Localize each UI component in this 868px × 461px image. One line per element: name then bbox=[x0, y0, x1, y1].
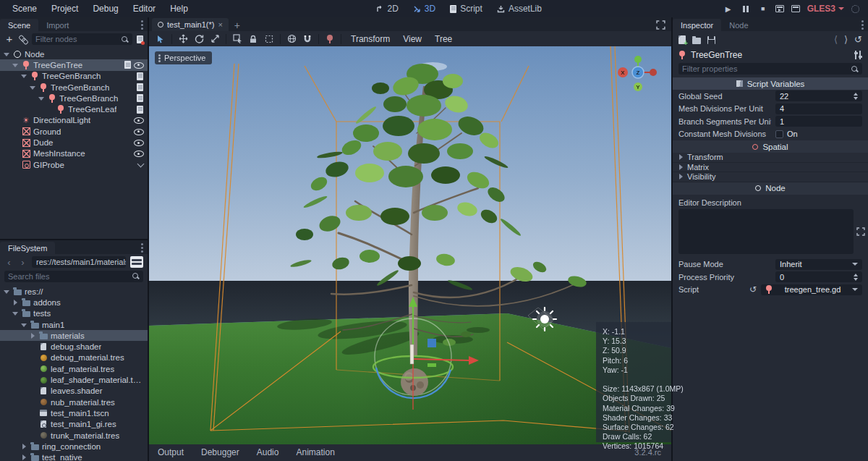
nav-back-button[interactable]: ‹ bbox=[4, 258, 14, 267]
dock-menu-icon[interactable] bbox=[141, 243, 144, 245]
bottom-tab[interactable]: Animation bbox=[287, 444, 343, 461]
workspace-2d[interactable]: 2D bbox=[370, 2, 404, 15]
visibility-eye-icon[interactable] bbox=[134, 149, 143, 158]
tab-scene[interactable]: Scene bbox=[0, 19, 38, 31]
file-tree-row[interactable]: leaf_material.tres bbox=[0, 363, 148, 374]
expand-arrow-icon[interactable] bbox=[12, 310, 19, 317]
select-tool-button[interactable] bbox=[153, 33, 168, 45]
scene-tree-row[interactable]: TreeGenTree bbox=[0, 59, 148, 70]
nav-forward-button[interactable]: › bbox=[18, 258, 27, 267]
spinner-arrows-icon[interactable] bbox=[854, 93, 858, 100]
new-resource-button[interactable] bbox=[678, 35, 686, 44]
instance-scene-button[interactable] bbox=[19, 35, 27, 43]
menu-item[interactable]: Project bbox=[45, 1, 85, 16]
file-tree-row[interactable]: test_main1.tscn bbox=[0, 407, 148, 418]
scene-tree-row[interactable]: TreeGenBranch bbox=[0, 93, 148, 103]
scene-tree-row[interactable]: Node bbox=[0, 48, 148, 59]
view-menu[interactable]: View bbox=[397, 33, 427, 46]
workspace-3d[interactable]: 3D bbox=[407, 2, 441, 15]
visibility-eye-icon[interactable] bbox=[134, 138, 143, 147]
tree-menu[interactable]: Tree bbox=[429, 33, 458, 46]
pause-button[interactable] bbox=[741, 4, 751, 14]
expand-arrow-icon[interactable] bbox=[29, 332, 36, 339]
axis-y-positive[interactable] bbox=[634, 56, 642, 63]
expand-arrow-icon[interactable] bbox=[3, 288, 10, 295]
menu-item[interactable]: Debug bbox=[86, 1, 124, 16]
tab-filesystem[interactable]: FileSystem bbox=[0, 242, 55, 254]
bottom-tab[interactable]: Audio bbox=[248, 444, 288, 461]
lock-button[interactable] bbox=[246, 33, 260, 45]
scene-tree-row[interactable]: MeshInstance bbox=[0, 148, 148, 159]
expand-arrow-icon[interactable] bbox=[12, 62, 19, 69]
expand-arrow-icon[interactable] bbox=[29, 420, 36, 428]
object-tools-icon[interactable] bbox=[854, 51, 862, 59]
expand-arrow-icon[interactable] bbox=[29, 399, 36, 406]
dock-menu-icon[interactable] bbox=[861, 20, 864, 22]
expand-arrow-icon[interactable] bbox=[12, 299, 19, 306]
file-tree-row[interactable]: debug.shader bbox=[0, 341, 148, 352]
chevron-down-icon[interactable] bbox=[137, 160, 145, 167]
renderer-dropdown[interactable]: GLES3 bbox=[807, 4, 844, 14]
branch-segments-field[interactable]: 1 bbox=[775, 116, 862, 127]
editor-description-field[interactable] bbox=[678, 209, 854, 254]
play-button[interactable]: ▶ bbox=[723, 4, 733, 14]
tab-node[interactable]: Node bbox=[721, 19, 756, 31]
workspace-script[interactable]: Script bbox=[444, 2, 488, 15]
category-script-variables[interactable]: Script Variables bbox=[673, 77, 868, 90]
file-tree-row[interactable]: leaves.shader bbox=[0, 386, 148, 397]
reload-script-icon[interactable]: ↺ bbox=[749, 285, 757, 294]
spinner-arrows-icon[interactable] bbox=[854, 274, 858, 281]
expand-arrow-icon[interactable] bbox=[29, 410, 36, 417]
list-select-tool-button[interactable] bbox=[230, 33, 244, 45]
expand-arrow-icon[interactable] bbox=[20, 321, 27, 329]
add-node-button[interactable]: + bbox=[4, 35, 14, 43]
split-mode-button[interactable] bbox=[130, 256, 143, 268]
inspector-subsection[interactable]: Visibility bbox=[673, 172, 868, 182]
search-files-input[interactable] bbox=[8, 272, 132, 281]
scene-tab[interactable]: test_main1(*) × bbox=[152, 18, 229, 31]
filter-nodes-input[interactable] bbox=[35, 35, 121, 43]
expand-arrow-icon[interactable] bbox=[12, 139, 19, 146]
file-tree-row[interactable]: ring_connection bbox=[0, 441, 148, 452]
tab-import[interactable]: Import bbox=[38, 19, 77, 31]
scene-tree-row[interactable]: TreeGenLeaf bbox=[0, 103, 148, 114]
close-icon[interactable]: × bbox=[218, 22, 222, 28]
bottom-tab[interactable]: Debugger bbox=[192, 444, 248, 461]
expand-arrow-icon[interactable] bbox=[29, 343, 36, 350]
transform-menu[interactable]: Transform bbox=[345, 33, 396, 46]
category-node[interactable]: Node bbox=[673, 182, 868, 195]
treegen-plugin-button[interactable] bbox=[323, 33, 337, 45]
distraction-free-icon[interactable] bbox=[656, 20, 665, 30]
expand-arrow-icon[interactable] bbox=[38, 95, 45, 102]
move-tool-button[interactable] bbox=[176, 33, 190, 45]
script-icon[interactable] bbox=[137, 106, 143, 114]
file-tree-row[interactable]: materials bbox=[0, 330, 148, 341]
file-tree-row[interactable]: debug_material.tres bbox=[0, 352, 148, 363]
checkbox[interactable] bbox=[775, 130, 783, 138]
workspace-assetlib[interactable]: AssetLib bbox=[491, 2, 548, 15]
play-custom-scene-button[interactable] bbox=[791, 5, 800, 12]
file-tree-row[interactable]: main1 bbox=[0, 319, 148, 330]
local-space-button[interactable] bbox=[284, 33, 299, 45]
category-spatial[interactable]: Spatial bbox=[673, 140, 868, 153]
script-dropdown[interactable]: treegen_tree.gd bbox=[761, 284, 862, 295]
script-icon[interactable] bbox=[137, 72, 143, 80]
scene-tree-row[interactable]: DirectionalLight bbox=[0, 115, 148, 126]
dock-menu-icon[interactable] bbox=[141, 20, 144, 22]
current-path-field[interactable]: res://tests/main1/materials/ bbox=[32, 256, 126, 268]
expand-arrow-icon[interactable] bbox=[29, 387, 36, 394]
file-tree-row[interactable]: trunk_material.tres bbox=[0, 430, 148, 441]
inspector-subsection[interactable]: Transform bbox=[673, 153, 868, 163]
global-seed-field[interactable]: 22 bbox=[775, 90, 862, 101]
expand-arrow-icon[interactable] bbox=[29, 376, 36, 384]
axis-x-positive[interactable] bbox=[650, 69, 657, 76]
pause-mode-dropdown[interactable]: Inherit bbox=[775, 259, 862, 270]
viewport-3d[interactable]: Perspective X Z Y X: -1.1Y: 15.3Z: 5 bbox=[149, 46, 671, 442]
expand-arrow-icon[interactable] bbox=[20, 443, 27, 450]
play-scene-button[interactable] bbox=[775, 5, 784, 12]
history-back-button[interactable]: ⟨ bbox=[834, 35, 838, 44]
expand-arrow-icon[interactable] bbox=[29, 84, 36, 91]
process-priority-field[interactable]: 0 bbox=[775, 271, 862, 282]
file-tree-row[interactable]: test_main1_gi.res bbox=[0, 419, 148, 430]
file-tree-row[interactable]: addons bbox=[0, 297, 148, 308]
